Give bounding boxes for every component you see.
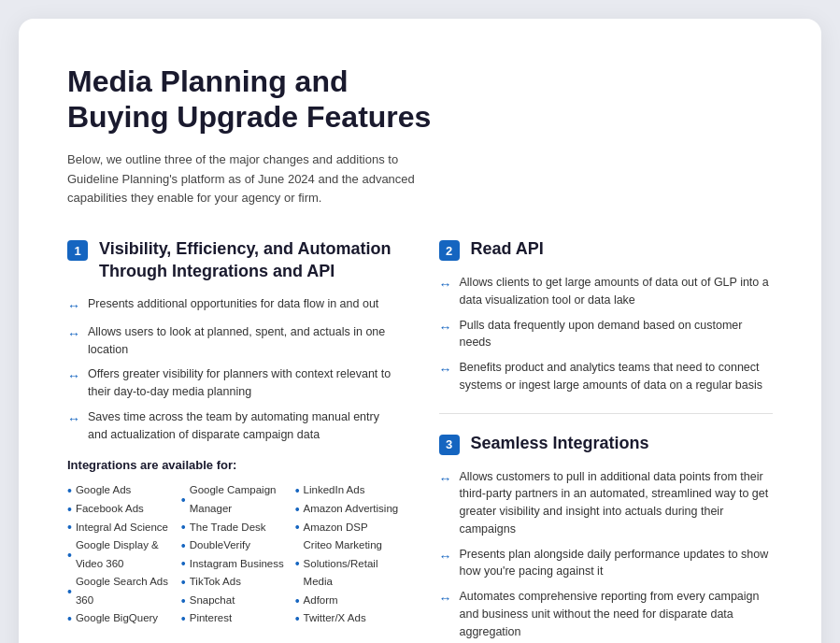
- list-item: Amazon Advertising: [295, 500, 402, 519]
- list-item: ↔ Automates comprehensive reporting from…: [439, 588, 774, 640]
- list-item: Google Display & Video 360: [67, 536, 174, 573]
- section3-title: Seamless Integrations: [471, 433, 649, 454]
- list-item: Google Campaign Manager: [181, 481, 288, 518]
- list-item: The Trade Desk: [181, 519, 288, 537]
- divider: [439, 413, 774, 414]
- list-item: ↔ Allows users to look at planned, spent…: [67, 323, 402, 359]
- integration-col-2: Google Campaign Manager The Trade Desk D…: [181, 481, 288, 627]
- list-item: ↔ Allows customers to pull in additional…: [439, 468, 774, 538]
- section3-number: 3: [439, 435, 460, 455]
- section2-bullets: ↔ Allows clients to get large amounts of…: [439, 274, 774, 394]
- page-title: Media Planning and Buying Upgrade Featur…: [67, 64, 773, 136]
- list-item: DoubleVerify: [181, 536, 288, 555]
- list-item: Adform: [295, 592, 402, 610]
- integrations-grid: Google Ads Facebook Ads Integral Ad Scie…: [67, 481, 402, 627]
- left-column: 1 Visibility, Efficiency, and Automation…: [67, 238, 402, 643]
- arrow-icon: ↔: [67, 409, 80, 429]
- list-item: ↔ Allows clients to get large amounts of…: [439, 274, 774, 309]
- main-card: Media Planning and Buying Upgrade Featur…: [19, 19, 821, 643]
- integration-col-3: LinkedIn Ads Amazon Advertising Amazon D…: [295, 481, 402, 627]
- arrow-icon: ↔: [439, 275, 452, 294]
- list-item: ↔ Presents plan alongside daily performa…: [439, 546, 774, 581]
- right-column: 2 Read API ↔ Allows clients to get large…: [439, 238, 774, 643]
- section3-bullets: ↔ Allows customers to pull in additional…: [439, 468, 774, 643]
- list-item: Amazon DSP: [295, 519, 402, 537]
- list-item: Pinterest: [181, 609, 288, 628]
- arrow-icon: ↔: [439, 360, 452, 379]
- list-item: Instagram Business: [181, 555, 288, 574]
- integration-col-1: Google Ads Facebook Ads Integral Ad Scie…: [67, 481, 174, 627]
- list-item: Snapchat: [181, 592, 288, 610]
- section1-number: 1: [67, 240, 88, 261]
- list-item: Google Ads: [67, 481, 174, 500]
- arrow-icon: ↔: [67, 324, 80, 344]
- section1-title: Visibility, Efficiency, and Automation T…: [99, 238, 402, 282]
- list-item: TikTok Ads: [181, 573, 288, 592]
- list-item: ↔ Saves time across the team by automati…: [67, 408, 402, 444]
- section1-bullets: ↔ Presents additional opportunities for …: [67, 295, 402, 444]
- arrow-icon: ↔: [439, 469, 452, 489]
- section1-header: 1 Visibility, Efficiency, and Automation…: [67, 238, 402, 282]
- content-grid: 1 Visibility, Efficiency, and Automation…: [67, 238, 773, 643]
- intro-text: Below, we outline three of the major cha…: [67, 150, 422, 208]
- arrow-icon: ↔: [439, 318, 452, 337]
- list-item: ↔ Presents additional opportunities for …: [67, 295, 402, 316]
- section3-header: 3 Seamless Integrations: [439, 433, 774, 455]
- list-item: Facebook Ads: [67, 500, 174, 519]
- section2-header: 2 Read API: [439, 238, 774, 261]
- list-item: Integral Ad Science: [67, 519, 174, 537]
- list-item: ↔ Offers greater visibility for planners…: [67, 365, 402, 401]
- section2-title: Read API: [471, 238, 544, 260]
- arrow-icon: ↔: [67, 366, 80, 386]
- list-item: LinkedIn Ads: [295, 481, 402, 500]
- arrow-icon: ↔: [67, 296, 80, 316]
- arrow-icon: ↔: [439, 589, 452, 608]
- list-item: Google Search Ads 360: [67, 573, 174, 609]
- arrow-icon: ↔: [439, 547, 452, 566]
- list-item: ↔ Benefits product and analytics teams t…: [439, 359, 774, 394]
- list-item: ↔ Pulls data frequently upon demand base…: [439, 317, 774, 352]
- section2-number: 2: [439, 240, 460, 261]
- integrations-label: Integrations are available for:: [67, 458, 402, 472]
- list-item: Criteo Marketing Solutions/Retail Media: [295, 536, 402, 592]
- list-item: Twitter/X Ads: [295, 609, 402, 628]
- list-item: Google BigQuery: [67, 609, 174, 628]
